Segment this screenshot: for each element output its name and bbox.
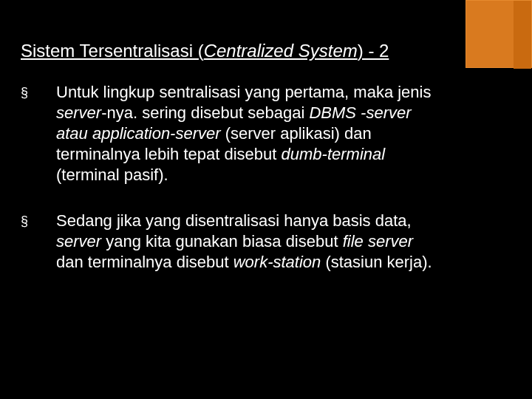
italic-text: server xyxy=(56,103,101,122)
slide-content: Sistem Tersentralisasi (Centralized Syst… xyxy=(0,0,532,399)
plain-text: Sedang jika yang disentralisasi hanya ba… xyxy=(56,211,412,230)
plain-text: (stasiun kerja). xyxy=(321,253,432,271)
plain-text: yang kita gunakan biasa disebut xyxy=(101,232,343,250)
title-prefix: Sistem Tersentralisasi ( xyxy=(21,41,204,61)
italic-text: server xyxy=(56,232,101,250)
plain-text: (terminal pasif). xyxy=(56,166,168,184)
bullet-text: Sedang jika yang disentralisasi hanya ba… xyxy=(56,211,436,273)
bullet-list: §Untuk lingkup sentralisasi yang pertama… xyxy=(21,82,502,273)
title-italic: Centralized System xyxy=(204,41,358,61)
italic-text: dumb-terminal xyxy=(282,145,386,163)
bullet-marker-icon: § xyxy=(21,82,56,103)
plain-text: dan terminalnya disebut xyxy=(56,253,233,271)
plain-text: Untuk lingkup sentralisasi yang pertama,… xyxy=(56,83,431,101)
title-suffix: ) - 2 xyxy=(358,41,389,61)
list-item: §Untuk lingkup sentralisasi yang pertama… xyxy=(21,82,436,185)
bullet-marker-icon: § xyxy=(21,211,56,231)
italic-text: file server xyxy=(343,232,413,250)
bullet-text: Untuk lingkup sentralisasi yang pertama,… xyxy=(56,82,436,185)
plain-text: -nya. sering disebut sebagai xyxy=(101,103,309,122)
slide-title: Sistem Tersentralisasi (Centralized Syst… xyxy=(21,41,502,61)
list-item: §Sedang jika yang disentralisasi hanya b… xyxy=(21,211,436,273)
italic-text: work-station xyxy=(233,253,321,271)
